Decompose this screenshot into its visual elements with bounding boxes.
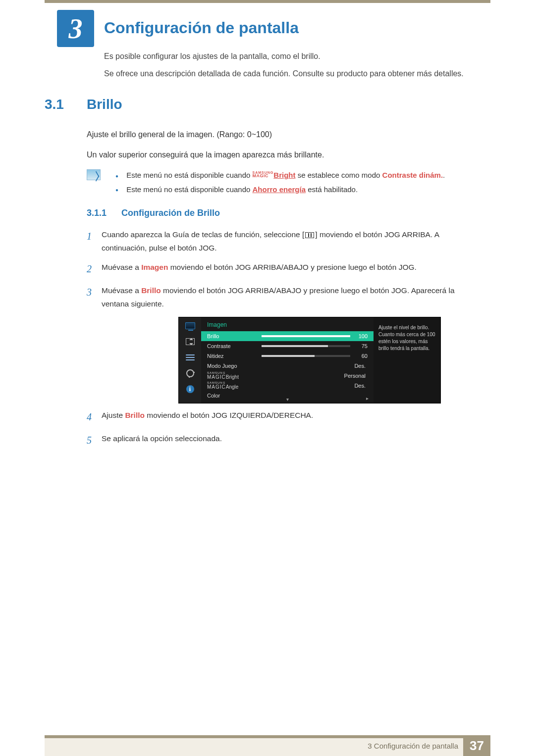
step-number: 3 (87, 284, 102, 310)
chapter-badge: 3 (57, 10, 94, 47)
osd-value: 100 (350, 333, 368, 339)
note2-text-c: está habilitado. (306, 185, 358, 194)
osd-sidebar: i (179, 317, 201, 403)
osd-slider (262, 345, 350, 347)
note2-text-a: Este menú no está disponible cuando (126, 185, 252, 194)
bullet-icon: ● (115, 185, 124, 195)
osd-label: SAMSUNGMAGICAngle (207, 382, 262, 390)
intro-line-2: Se ofrece una descripción detallada de c… (104, 67, 481, 80)
note-icon (87, 169, 101, 180)
note1-mode: Contraste dinám. (382, 171, 443, 179)
step-1: 1 Cuando aparezca la Guía de teclas de f… (87, 228, 483, 254)
step-5-text: Se aplicará la opción seleccionada. (102, 432, 222, 449)
note1-text-a: Este menú no está disponible cuando (126, 171, 252, 179)
section-body: Ajuste el brillo general de la imagen. (… (87, 128, 478, 168)
osd-header: Imagen (201, 320, 374, 331)
osd-row-brillo: Brillo 100 (201, 331, 374, 341)
osd-row-nitidez: Nitidez 60 (201, 351, 374, 361)
steps-list: 1 Cuando aparezca la Guía de teclas de f… (87, 228, 483, 317)
osd-label: Modo Juego (207, 363, 262, 369)
bullet-icon: ● (115, 171, 124, 181)
step-number: 2 (87, 260, 102, 278)
note1-text-c: se establece como modo (295, 171, 382, 179)
step-3-text: Muévase a Brillo moviendo el botón JOG A… (102, 284, 483, 310)
note2-link: Ahorro energía (253, 185, 306, 194)
step-2: 2 Muévase a Imagen moviendo el botón JOG… (87, 260, 483, 278)
list-icon (185, 353, 196, 362)
osd-row-contraste: Contraste 75 (201, 341, 374, 351)
step-5: 5 Se aplicará la opción seleccionada. (87, 432, 483, 449)
osd-value: 60 (350, 353, 368, 359)
note-block: ● Este menú no está disponible cuando SA… (87, 168, 478, 197)
step-number: 5 (87, 432, 102, 449)
chapter-title: Configuración de pantalla (104, 19, 299, 37)
note1-bright: Bright (273, 171, 295, 179)
footer-title: 3 Configuración de pantalla (368, 742, 458, 750)
note-item-1: ● Este menú no está disponible cuando SA… (115, 168, 445, 183)
step4-brillo: Brillo (125, 411, 145, 419)
menu-icon (305, 232, 314, 238)
chevron-down-icon: ▾ (286, 397, 289, 402)
osd-slider (262, 335, 350, 337)
osd-label: Nitidez (207, 353, 262, 359)
step2-imagen: Imagen (141, 263, 168, 271)
monitor-icon (185, 321, 196, 330)
osd-window: i Imagen Brillo 100 Contraste 75 Nitidez… (178, 317, 441, 403)
step-number: 4 (87, 408, 102, 426)
chapter-number: 3 (69, 13, 83, 45)
note1-text-e: . (443, 171, 445, 179)
section-p1: Ajuste el brillo general de la imagen. (… (87, 128, 478, 141)
footer-accent-bar (45, 735, 490, 738)
step-4: 4 Ajuste Brillo moviendo el botón JOG IZ… (87, 408, 483, 426)
osd-label: Contraste (207, 343, 262, 349)
section-title: Brillo (87, 97, 122, 112)
steps-list-lower: 4 Ajuste Brillo moviendo el botón JOG IZ… (87, 408, 483, 455)
osd-row-magicangle: SAMSUNGMAGICAngle Des. (201, 381, 374, 391)
section-p2: Un valor superior conseguirá que la imag… (87, 148, 478, 161)
step-3: 3 Muévase a Brillo moviendo el botón JOG… (87, 284, 483, 310)
subsection-number: 3.1.1 (87, 208, 107, 218)
step-number: 1 (87, 228, 102, 254)
osd-row-magicbright: SAMSUNGMAGICBright Personal (201, 371, 374, 381)
osd-main: Imagen Brillo 100 Contraste 75 Nitidez 6… (201, 317, 374, 403)
page-footer: 3 Configuración de pantalla 37 (45, 735, 490, 756)
osd-value: Personal (262, 373, 368, 379)
osd-label: Brillo (207, 333, 262, 339)
page-number: 37 (463, 735, 490, 756)
chapter-intro: Es posible configurar los ajustes de la … (104, 50, 481, 84)
info-icon: i (185, 385, 196, 394)
step-2-text: Muévase a Imagen moviendo el botón JOG A… (102, 260, 417, 278)
osd-slider (262, 355, 350, 357)
chevron-right-icon: ▸ (366, 396, 369, 401)
gear-icon (185, 369, 196, 378)
osd-label: SAMSUNGMAGICBright (207, 372, 262, 380)
step3-brillo: Brillo (141, 286, 161, 295)
note-list: ● Este menú no está disponible cuando SA… (115, 168, 445, 197)
top-accent-bar (45, 0, 490, 3)
osd-value: Des. (262, 363, 368, 369)
samsung-magic-brand: SAMSUNGMAGIC (253, 171, 274, 178)
step-1-text: Cuando aparezca la Guía de teclas de fun… (102, 228, 483, 254)
osd-row-modojuego: Modo Juego Des. (201, 361, 374, 371)
section-number: 3.1 (45, 97, 64, 112)
intro-line-1: Es posible configurar los ajustes de la … (104, 50, 481, 63)
subsection-title: Configuración de Brillo (121, 208, 220, 218)
osd-help-text: Ajuste el nivel de brillo. Cuanto más ce… (374, 317, 440, 403)
osd-value: 75 (350, 343, 368, 349)
note-item-2: ● Este menú no está disponible cuando Ah… (115, 183, 445, 197)
osd-value: Des. (262, 383, 368, 389)
resize-icon (185, 337, 196, 346)
osd-label: Color (207, 393, 262, 399)
step-4-text: Ajuste Brillo moviendo el botón JOG IZQU… (102, 408, 313, 426)
